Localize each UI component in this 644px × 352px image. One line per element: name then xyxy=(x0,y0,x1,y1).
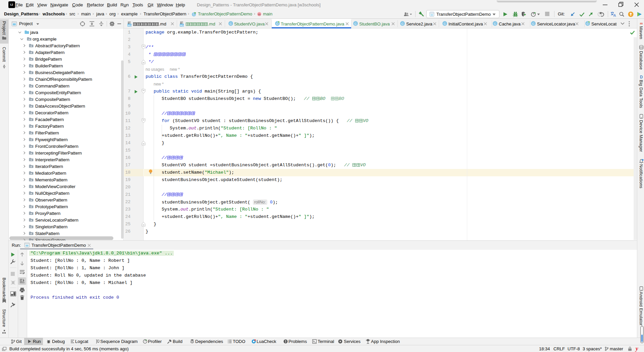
svg-text:MD: MD xyxy=(128,24,131,26)
svg-text:C: C xyxy=(494,22,496,25)
svg-text:C: C xyxy=(230,22,232,25)
svg-text:m: m xyxy=(640,21,643,25)
svg-text:D: D xyxy=(640,75,643,79)
svg-text:A: A xyxy=(613,13,616,17)
svg-text:C: C xyxy=(355,22,357,25)
svg-text:C: C xyxy=(401,22,404,25)
svg-text:C: C xyxy=(532,22,535,25)
svg-text:MD: MD xyxy=(180,24,184,26)
svg-text:C: C xyxy=(444,22,446,25)
svg-text:m: m xyxy=(258,13,261,16)
